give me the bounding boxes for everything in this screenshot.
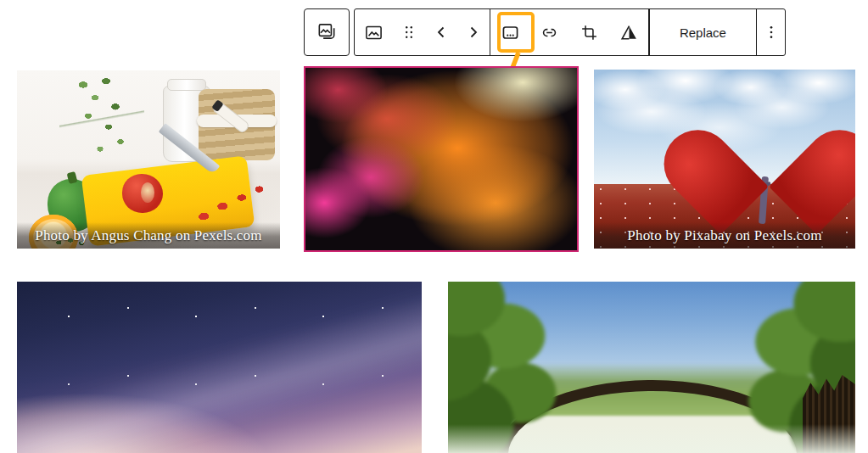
pepper-slices	[192, 180, 272, 228]
gallery-icon	[316, 20, 338, 45]
duotone-filter-icon	[619, 22, 640, 43]
image-block-button[interactable]	[355, 9, 394, 55]
gallery-image-arch-bridge[interactable]	[448, 282, 855, 453]
chevron-right-icon	[463, 22, 484, 42]
move-left-button[interactable]	[425, 9, 457, 55]
heart-shaped-tree	[701, 87, 837, 200]
gallery-image-starry-sky[interactable]	[17, 282, 422, 453]
arch-bridge-photo	[448, 282, 855, 453]
mist	[448, 424, 855, 453]
drag-handle-icon	[399, 22, 419, 42]
starry-sky-photo	[17, 282, 422, 453]
chevron-left-icon	[431, 22, 451, 42]
caption-icon	[500, 22, 521, 43]
red-pepper	[122, 174, 163, 213]
image-caption: Photo by Pixabay on Pexels.com	[594, 222, 855, 249]
image-caption: Photo by Angus Chang on Pexels.com	[17, 222, 280, 249]
gutenberg-gallery-editor: Replace	[0, 0, 868, 453]
hanging-plant	[59, 74, 144, 165]
crop-icon	[579, 22, 600, 43]
options-button[interactable]	[757, 9, 785, 55]
gallery-image-kitchen[interactable]: Photo by Angus Chang on Pexels.com	[17, 70, 280, 249]
crop-button[interactable]	[569, 9, 609, 55]
image-icon	[363, 22, 384, 43]
drag-handle-button[interactable]	[394, 9, 426, 55]
kebab-menu-icon	[761, 22, 781, 42]
link-button[interactable]	[530, 9, 570, 55]
move-right-button[interactable]	[457, 9, 490, 55]
block-toolbar: Replace	[354, 8, 786, 56]
gallery-block-parent-button[interactable]	[304, 8, 350, 56]
duotone-filter-button[interactable]	[609, 9, 649, 55]
gallery-image-ink-selected[interactable]	[304, 66, 579, 252]
link-icon	[539, 22, 560, 43]
gallery-image-heart-tree[interactable]: Photo by Pixabay on Pexels.com	[594, 70, 855, 249]
ink-photo	[305, 68, 577, 250]
replace-button[interactable]: Replace	[650, 9, 756, 55]
caption-button[interactable]	[490, 9, 530, 55]
